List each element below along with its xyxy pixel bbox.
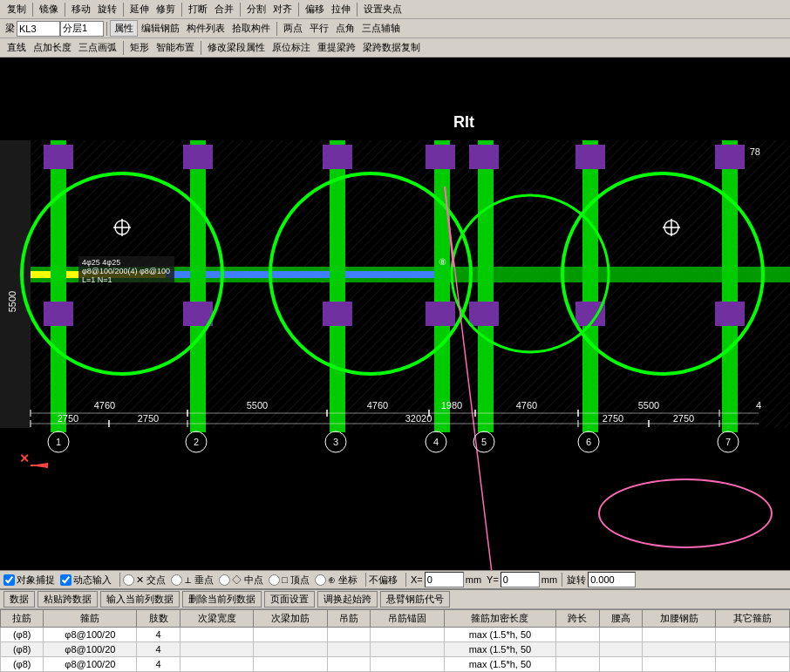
btn-input-col[interactable]: 输入当前列数据 — [100, 591, 180, 608]
toolbar-rotate[interactable]: 旋转 — [94, 2, 120, 17]
cell-diaojin-a-1[interactable] — [371, 628, 445, 642]
cell-waist-h-1[interactable] — [599, 628, 642, 642]
snap-vertex[interactable]: □ 顶点 — [269, 574, 310, 587]
cell-lajin-2[interactable]: (φ8) — [1, 642, 44, 657]
btn-three-point-arc[interactable]: 三点画弧 — [75, 40, 120, 55]
btn-site-annotation[interactable]: 原位标注 — [269, 40, 314, 55]
snap-midpoint[interactable]: ◇ 中点 — [219, 574, 263, 587]
cell-dense-2[interactable]: max (1.5*h, 50 — [444, 642, 555, 657]
snap-coord[interactable]: ⊕ 坐标 — [315, 574, 358, 587]
cell-ciliang-w-2[interactable] — [180, 642, 254, 657]
svg-text:⑧: ⑧ — [439, 257, 446, 267]
cad-viewport[interactable]: 5500 — [0, 58, 790, 570]
toolbar-row-1: 复制 镜像 移动 旋转 延伸 修剪 打断 合并 分割 对齐 偏移 拉伸 设置夹点 — [0, 0, 790, 19]
cell-span-3[interactable] — [556, 657, 599, 672]
cell-waist-h-3[interactable] — [599, 657, 642, 672]
toolbar-merge[interactable]: 合并 — [211, 2, 237, 17]
cell-zhishu-1[interactable]: 4 — [137, 628, 180, 642]
cell-other-1[interactable] — [716, 628, 790, 642]
btn-properties[interactable]: 属性 — [110, 20, 138, 37]
btn-modify-span[interactable]: 修改梁段属性 — [204, 40, 269, 55]
cell-other-2[interactable] — [716, 642, 790, 657]
toolbar-trim[interactable]: 修剪 — [153, 2, 179, 17]
cell-gujin-1[interactable]: φ8@100/20 — [44, 628, 137, 642]
cell-zhishu-3[interactable]: 4 — [137, 657, 180, 672]
toolbar-mirror[interactable]: 镜像 — [36, 2, 62, 17]
cell-ciliang-r-1[interactable] — [254, 628, 328, 642]
btn-three-point-aux[interactable]: 三点辅轴 — [358, 21, 404, 36]
btn-edit-rebar[interactable]: 编辑钢筋 — [138, 21, 183, 36]
beam-name-input[interactable] — [17, 21, 60, 37]
btn-span-copy[interactable]: 梁跨数据复制 — [359, 40, 424, 55]
toolbar-grip[interactable]: 设置夹点 — [360, 2, 405, 17]
cell-ciliang-r-2[interactable] — [254, 642, 328, 657]
svg-rect-7 — [0, 140, 31, 428]
cell-diaojin-a-3[interactable] — [371, 657, 445, 672]
snap-perpendicular[interactable]: ⊥ 垂点 — [171, 574, 214, 587]
col-header-ciliang-width: 次梁宽度 — [180, 610, 254, 628]
cell-lajin-3[interactable]: (φ8) — [1, 657, 44, 672]
cell-span-1[interactable] — [556, 628, 599, 642]
cell-diaojin-2[interactable] — [327, 642, 370, 657]
cell-dense-3[interactable]: max (1.5*h, 50 — [444, 657, 555, 672]
toolbar-split[interactable]: 分割 — [243, 2, 269, 17]
btn-point-length[interactable]: 点加长度 — [30, 40, 75, 55]
snap-object[interactable]: 对象捕捉 — [3, 574, 55, 587]
btn-two-point[interactable]: 两点 — [280, 21, 306, 36]
toolbar-offset[interactable]: 偏移 — [302, 2, 328, 17]
btn-paste-span[interactable]: 粘贴跨数据 — [37, 591, 98, 608]
toolbar-extend[interactable]: 延伸 — [126, 2, 153, 17]
svg-text:5500: 5500 — [638, 400, 659, 411]
toolbar-move[interactable]: 移动 — [68, 2, 94, 17]
cell-waist-h-2[interactable] — [599, 642, 642, 657]
cell-zhishu-2[interactable]: 4 — [137, 642, 180, 657]
btn-page-setup[interactable]: 页面设置 — [264, 591, 315, 608]
svg-rect-27 — [469, 302, 499, 326]
layer-input[interactable] — [60, 21, 104, 37]
x-unit: mm — [466, 574, 481, 585]
svg-text:5500: 5500 — [7, 291, 17, 312]
y-input[interactable] — [501, 572, 540, 587]
btn-parallel[interactable]: 平行 — [306, 21, 332, 36]
btn-re-extract[interactable]: 重提梁跨 — [314, 40, 359, 55]
col-header-waist-rebar: 加腰钢筋 — [642, 610, 716, 628]
cell-lajin-1[interactable]: (φ8) — [1, 628, 44, 642]
toolbar-copy[interactable]: 复制 — [3, 2, 30, 17]
toolbar-align[interactable]: 对齐 — [269, 2, 296, 17]
btn-cantilever-rebar[interactable]: 悬臂钢筋代号 — [380, 591, 450, 608]
toolbar-break[interactable]: 打断 — [185, 2, 211, 17]
btn-rect[interactable]: 矩形 — [126, 40, 153, 55]
btn-smart-layout[interactable]: 智能布置 — [153, 40, 198, 55]
btn-component-list[interactable]: 构件列表 — [183, 21, 228, 36]
cell-diaojin-1[interactable] — [327, 628, 370, 642]
cell-other-3[interactable] — [716, 657, 790, 672]
snap-intersection[interactable]: ✕ 交点 — [123, 574, 166, 587]
btn-line[interactable]: 直线 — [3, 40, 30, 55]
svg-rect-14 — [582, 140, 598, 432]
btn-delete-col[interactable]: 删除当前列数据 — [182, 591, 262, 608]
snap-object-check[interactable] — [3, 574, 15, 586]
cell-waist-r-3[interactable] — [642, 657, 716, 672]
toolbar-stretch[interactable]: 拉伸 — [328, 2, 354, 17]
btn-data[interactable]: 数据 — [3, 591, 35, 608]
cell-ciliang-r-3[interactable] — [254, 657, 328, 672]
cell-span-2[interactable] — [556, 642, 599, 657]
snap-dynamic[interactable]: 动态输入 — [60, 574, 112, 587]
svg-rect-11 — [330, 140, 345, 432]
btn-pick-component[interactable]: 拾取构件 — [228, 21, 274, 36]
cell-diaojin-a-2[interactable] — [371, 642, 445, 657]
cell-waist-r-2[interactable] — [642, 642, 716, 657]
btn-point-angle[interactable]: 点角 — [332, 21, 358, 36]
cell-ciliang-w-3[interactable] — [180, 657, 254, 672]
cell-waist-r-1[interactable] — [642, 628, 716, 642]
rotate-input[interactable] — [588, 572, 636, 587]
cell-diaojin-3[interactable] — [327, 657, 370, 672]
x-input[interactable] — [425, 572, 464, 587]
snap-dynamic-check[interactable] — [60, 574, 72, 586]
cell-dense-1[interactable]: max (1.5*h, 50 — [444, 628, 555, 642]
svg-rect-19 — [426, 145, 455, 169]
cell-gujin-3[interactable]: φ8@100/20 — [44, 657, 137, 672]
cell-gujin-2[interactable]: φ8@100/20 — [44, 642, 137, 657]
btn-swap-start[interactable]: 调换起始跨 — [317, 591, 378, 608]
cell-ciliang-w-1[interactable] — [180, 628, 254, 642]
